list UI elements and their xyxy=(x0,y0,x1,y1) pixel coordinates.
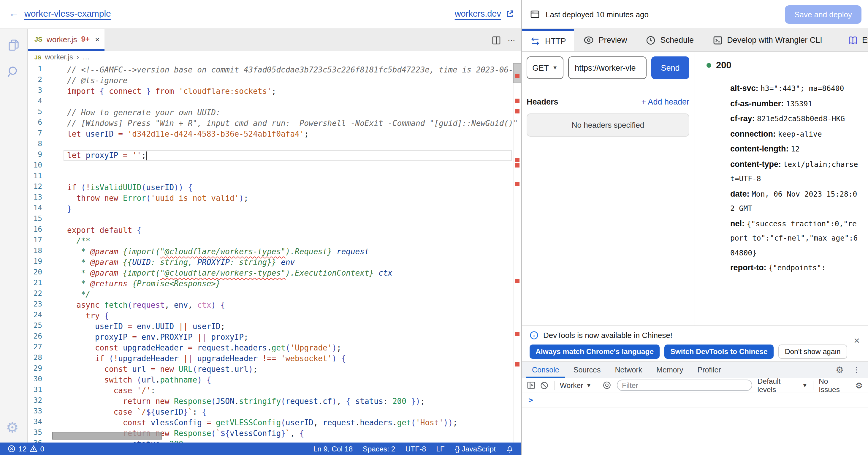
gutter: 1234567891011121314151617181920212223242… xyxy=(28,65,42,443)
chevron-down-icon: ▼ xyxy=(553,65,558,71)
devtools-settings-icon[interactable]: ⚙ xyxy=(836,364,844,375)
code-line[interactable]: * @returns {Promise<Response>} xyxy=(42,279,521,289)
banner-text: DevTools is now available in Chinese! xyxy=(543,331,672,340)
code-line[interactable]: const url = new URL(request.url); xyxy=(42,364,521,375)
banner-close-icon[interactable]: × xyxy=(854,336,860,346)
code-line[interactable]: // @ts-ignore xyxy=(42,75,521,86)
console-settings-icon[interactable]: ⚙ xyxy=(855,381,863,390)
code-line[interactable]: case '/': xyxy=(42,386,521,396)
tab-schedule[interactable]: Schedule xyxy=(637,29,704,51)
context-select[interactable]: Worker▼ xyxy=(560,381,592,389)
code-line[interactable]: throw new Error('uuid is not valid'); xyxy=(42,193,521,204)
add-header-button[interactable]: + Add header xyxy=(642,97,689,106)
code-line[interactable] xyxy=(42,172,521,182)
eol[interactable]: LF xyxy=(436,445,445,453)
no-headers-box: No headers specified xyxy=(527,114,689,136)
indentation[interactable]: Spaces: 2 xyxy=(363,445,395,453)
code-line[interactable]: const upgradeHeader = request.headers.ge… xyxy=(42,343,521,354)
code-line[interactable]: * @param {{UUID: string, PROXYIP: string… xyxy=(42,257,521,268)
editor-tab-workerjs[interactable]: JS worker.js 9+ × xyxy=(28,29,104,51)
code-line[interactable]: return new Response(JSON.stringify(reque… xyxy=(42,396,521,407)
issues-counter[interactable]: No Issues xyxy=(819,377,850,394)
send-button[interactable]: Send xyxy=(651,56,689,79)
js-file-icon: JS xyxy=(34,36,42,43)
problems-status[interactable]: 12 0 xyxy=(8,445,44,453)
code-line[interactable]: export default { xyxy=(42,225,521,236)
back-link[interactable]: ←worker-vless-example xyxy=(9,8,111,19)
code-line[interactable]: const vlessConfig = getVLESSConfig(userI… xyxy=(42,418,521,428)
code-line[interactable] xyxy=(42,140,521,150)
problems-badge: 9+ xyxy=(81,35,90,43)
horizontal-scrollbar[interactable] xyxy=(52,432,162,439)
url-input[interactable]: https://worker-vle xyxy=(568,56,647,79)
code-line[interactable]: proxyIP = env.PROXYIP || proxyIP; xyxy=(42,332,521,343)
breadcrumb[interactable]: JS worker.js › … xyxy=(28,51,521,63)
scrollbar-thumb[interactable] xyxy=(513,63,521,83)
external-link-icon xyxy=(506,10,514,18)
tab-close-icon[interactable]: × xyxy=(95,35,99,44)
save-and-deploy-button[interactable]: Save and deploy xyxy=(785,5,862,24)
devtools-tab-console[interactable]: Console xyxy=(525,362,566,378)
editor-more-actions-icon[interactable]: ⋯ xyxy=(507,36,515,44)
language-mode[interactable]: {} JavaScript xyxy=(455,445,496,453)
code-line[interactable]: let proxyIP = ''; xyxy=(42,150,521,161)
match-language-button[interactable]: Always match Chrome's language xyxy=(530,344,660,359)
settings-gear-icon[interactable]: ⚙ xyxy=(6,420,19,435)
code-line[interactable]: import { connect } from 'cloudflare:sock… xyxy=(42,86,521,97)
code-line[interactable]: // How to generate your own UUID: xyxy=(42,108,521,118)
code-line[interactable] xyxy=(42,97,521,108)
devtools-tab-sources[interactable]: Sources xyxy=(566,362,608,378)
devtools-tab-network[interactable]: Network xyxy=(608,362,649,378)
tab-examples[interactable]: Ex xyxy=(848,29,868,51)
code-line[interactable]: if (!isValidUUID(userID)) { xyxy=(42,182,521,193)
tab-preview[interactable]: Preview xyxy=(575,29,637,51)
code-line[interactable]: // [Windows] Press "Win + R", input cmd … xyxy=(42,118,521,129)
filter-input[interactable]: Filter xyxy=(617,380,752,391)
code-line[interactable]: case `/${userID}`: { xyxy=(42,407,521,418)
code-line[interactable] xyxy=(42,214,521,225)
encoding[interactable]: UTF-8 xyxy=(405,445,426,453)
code-line[interactable]: // <!--GAMFC-->version base on commit 43… xyxy=(42,65,521,75)
code-line[interactable]: switch (url.pathname) { xyxy=(42,375,521,386)
breadcrumb-symbol[interactable]: … xyxy=(83,53,90,61)
devtools-tab-memory[interactable]: Memory xyxy=(649,362,690,378)
statusbar-right: Ln 9, Col 18 Spaces: 2 UTF-8 LF {} JavaS… xyxy=(313,445,514,453)
cursor-position[interactable]: Ln 9, Col 18 xyxy=(313,445,353,453)
http-panel: GET▼ https://worker-vle Send Headers + A… xyxy=(522,52,868,326)
split-editor-icon[interactable] xyxy=(492,36,500,44)
dont-show-again-button[interactable]: Don't show again xyxy=(778,344,847,359)
devtools-menu-icon[interactable]: ⋮ xyxy=(852,365,860,374)
console-prompt-row[interactable]: > xyxy=(522,393,868,407)
workers-dev-link[interactable]: workers.dev xyxy=(455,9,514,19)
headers-title: Headers xyxy=(527,97,558,106)
console-eye-icon[interactable] xyxy=(602,381,611,390)
code-line[interactable]: userID = env.UUID || userID; xyxy=(42,321,521,332)
tab-wrangler[interactable]: Develop with Wrangler CLI xyxy=(703,29,832,51)
code-line[interactable]: if (!upgradeHeader || upgradeHeader !== … xyxy=(42,354,521,364)
vertical-scrollbar[interactable] xyxy=(513,63,521,443)
search-icon[interactable] xyxy=(6,65,21,79)
error-mark xyxy=(515,99,520,103)
clear-console-icon[interactable] xyxy=(540,381,549,389)
notifications-bell-icon[interactable] xyxy=(506,445,514,453)
code-line[interactable]: let userID = 'd342d11e-d424-4583-b36e-52… xyxy=(42,129,521,140)
console-prompt: > xyxy=(528,396,533,404)
code-line[interactable]: * @param {import("@cloudflare/workers-ty… xyxy=(42,268,521,279)
method-select[interactable]: GET▼ xyxy=(527,56,563,79)
breadcrumb-file[interactable]: worker.js xyxy=(45,53,73,61)
files-icon[interactable] xyxy=(6,38,21,53)
devtools-tab-profiler[interactable]: Profiler xyxy=(690,362,728,378)
code-line[interactable]: */ xyxy=(42,289,521,300)
code-line[interactable] xyxy=(42,161,521,172)
switch-chinese-button[interactable]: Switch DevTools to Chinese xyxy=(664,344,774,359)
code-area[interactable]: 1234567891011121314151617181920212223242… xyxy=(28,63,521,443)
code-line[interactable]: async fetch(request, env, ctx) { xyxy=(42,300,521,311)
log-levels-select[interactable]: Default levels▼ xyxy=(757,377,807,394)
console-sidebar-icon[interactable] xyxy=(527,381,535,389)
code-line[interactable]: * @param {import("@cloudflare/workers-ty… xyxy=(42,246,521,257)
code-line[interactable]: } xyxy=(42,204,521,214)
code-line[interactable]: try { xyxy=(42,311,521,321)
code-line[interactable]: /** xyxy=(42,236,521,246)
tab-http[interactable]: HTTP xyxy=(522,29,575,51)
tools-pane: Last deployed 10 minutes ago Save and de… xyxy=(521,0,868,455)
